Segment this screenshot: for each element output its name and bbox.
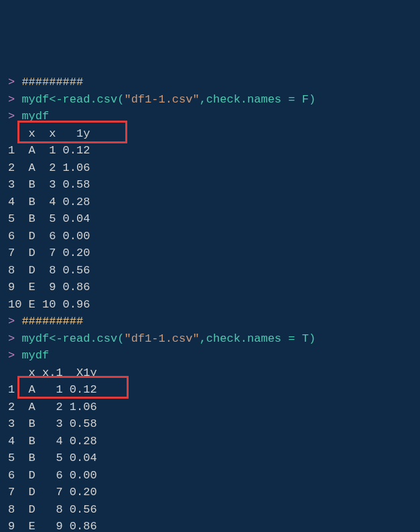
table-row: 2 A 2 1.06	[8, 401, 97, 413]
table-row: 2 A 2 1.06	[8, 161, 90, 174]
prompt-char: >	[8, 76, 15, 88]
table-row: 3 B 3 0.58	[8, 417, 97, 430]
table-row: 5 B 5 0.04	[8, 212, 90, 225]
string-arg: "df1-1.csv"	[124, 332, 199, 345]
table-row: 9 E 9 0.86	[8, 281, 90, 293]
table-row: 7 D 7 0.20	[8, 486, 97, 498]
r-command-readcsv-F: mydf<-read.csv(	[21, 93, 124, 106]
table-row: 5 B 5 0.04	[8, 452, 97, 464]
table-row: 6 D 6 0.00	[8, 230, 90, 243]
table-row: 9 E 9 0.86	[8, 520, 97, 532]
r-command-print-mydf: mydf	[21, 349, 49, 362]
prompt-char: >	[8, 110, 15, 123]
comment-hashes: #########	[21, 315, 83, 328]
table-row: 4 B 4 0.28	[8, 196, 90, 208]
prompt-char: >	[8, 349, 15, 362]
r-command-readcsv-T: mydf<-read.csv(	[21, 332, 124, 345]
table-row: 6 D 6 0.00	[8, 469, 97, 482]
table-row: 4 B 4 0.28	[8, 435, 97, 448]
prompt-char: >	[8, 332, 15, 345]
table-row: 1 A 1 0.12	[8, 383, 97, 396]
table-row: 7 D 7 0.20	[8, 247, 90, 259]
prompt-char: >	[8, 315, 15, 328]
string-arg: "df1-1.csv"	[124, 93, 199, 106]
r-command-print-mydf: mydf	[21, 110, 49, 123]
table-row: 10 E 10 0.96	[8, 298, 90, 311]
prompt-char: >	[8, 93, 15, 106]
table-row: 3 B 3 0.58	[8, 178, 90, 191]
table2-header: x x.1 X1y	[8, 367, 97, 379]
console-output: > ######### > mydf<-read.csv("df1-1.csv"…	[8, 74, 412, 532]
table-row: 1 A 1 0.12	[8, 144, 90, 157]
table-row: 8 D 8 0.56	[8, 264, 90, 277]
comment-hashes: #########	[21, 76, 83, 88]
table1-header: x x 1y	[8, 127, 90, 140]
table-row: 8 D 8 0.56	[8, 503, 97, 516]
